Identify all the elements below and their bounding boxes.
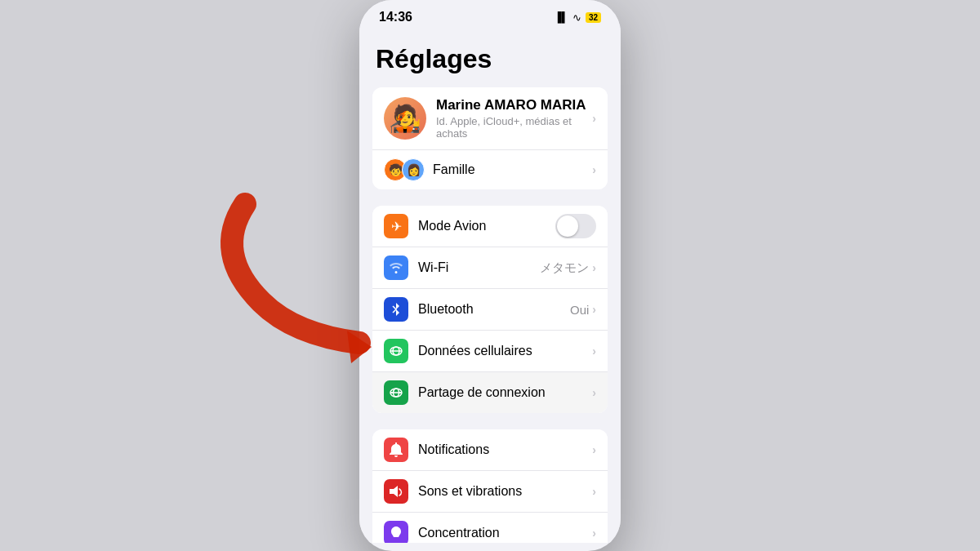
donnees-icon bbox=[384, 339, 408, 363]
donnees-row[interactable]: Données cellulaires › bbox=[372, 331, 608, 372]
concentration-right: › bbox=[592, 527, 596, 540]
famille-chevron-icon: › bbox=[592, 163, 596, 176]
donnees-label: Données cellulaires bbox=[418, 344, 592, 358]
bluetooth-chevron-icon: › bbox=[592, 303, 596, 316]
notifications-row[interactable]: Notifications › bbox=[372, 429, 608, 471]
toggle-knob bbox=[557, 216, 578, 237]
notifications-section: Notifications › Sons et vibrations bbox=[372, 429, 608, 543]
partage-icon bbox=[384, 380, 408, 405]
notifications-right: › bbox=[592, 443, 596, 456]
wifi-row[interactable]: Wi-Fi メタモン › bbox=[372, 247, 608, 289]
sons-right: › bbox=[592, 485, 596, 498]
concentration-chevron-icon: › bbox=[592, 527, 596, 540]
sons-icon bbox=[384, 479, 408, 504]
wifi-right: メタモン › bbox=[540, 260, 596, 276]
notifications-label: Notifications bbox=[418, 442, 592, 457]
concentration-icon bbox=[384, 521, 408, 543]
status-time: 14:36 bbox=[379, 10, 412, 24]
page-title: Réglages bbox=[359, 28, 621, 87]
notifications-icon bbox=[384, 438, 408, 462]
partage-content: Partage de connexion bbox=[418, 385, 592, 400]
concentration-row[interactable]: Concentration › bbox=[372, 513, 608, 543]
mode-avion-label: Mode Avion bbox=[418, 219, 555, 233]
connectivity-section: ✈ Mode Avion Wi-Fi bbox=[372, 206, 608, 413]
bluetooth-content: Bluetooth bbox=[418, 302, 570, 317]
bluetooth-icon bbox=[384, 297, 408, 322]
bluetooth-value: Oui bbox=[570, 303, 589, 317]
wifi-label: Wi-Fi bbox=[418, 260, 540, 275]
bluetooth-label: Bluetooth bbox=[418, 302, 570, 317]
notifications-chevron-icon: › bbox=[592, 443, 596, 456]
profile-subtitle: Id. Apple, iCloud+, médias et achats bbox=[436, 115, 592, 140]
profile-avatar: 🧑‍🎤 bbox=[384, 97, 426, 140]
svg-point-8 bbox=[399, 392, 401, 393]
sons-label: Sons et vibrations bbox=[418, 484, 592, 499]
partage-chevron-icon: › bbox=[592, 386, 596, 399]
profile-name: Marine AMARO MARIA bbox=[436, 97, 592, 113]
famille-content: Famille bbox=[433, 162, 592, 177]
profile-chevron-icon: › bbox=[592, 112, 596, 125]
sons-content: Sons et vibrations bbox=[418, 484, 592, 499]
notifications-content: Notifications bbox=[418, 442, 592, 457]
mode-avion-content: Mode Avion bbox=[418, 219, 555, 233]
screen-content[interactable]: Réglages 🧑‍🎤 Marine AMARO MARIA Id. Appl… bbox=[359, 28, 621, 543]
wifi-icon-box bbox=[384, 256, 408, 280]
sons-chevron-icon: › bbox=[592, 485, 596, 498]
profile-section: 🧑‍🎤 Marine AMARO MARIA Id. Apple, iCloud… bbox=[372, 87, 608, 189]
battery-badge: 32 bbox=[586, 12, 601, 23]
profile-chevron-area: › bbox=[592, 112, 596, 125]
partage-label: Partage de connexion bbox=[418, 385, 592, 400]
famille-row[interactable]: 🧒 👩 Famille › bbox=[372, 150, 608, 189]
wifi-content: Wi-Fi bbox=[418, 260, 540, 275]
bluetooth-right: Oui › bbox=[570, 303, 596, 317]
phone-frame: 14:36 ▐▌ ∿ 32 Réglages 🧑‍🎤 Marine AMARO … bbox=[359, 0, 621, 551]
donnees-right: › bbox=[592, 344, 596, 358]
mode-avion-toggle[interactable] bbox=[555, 214, 596, 238]
wifi-chevron-icon: › bbox=[592, 261, 596, 274]
partage-right: › bbox=[592, 386, 596, 399]
wifi-value: メタモン bbox=[540, 260, 589, 276]
wifi-icon: ∿ bbox=[572, 11, 581, 24]
sons-row[interactable]: Sons et vibrations › bbox=[372, 471, 608, 513]
signal-icon: ▐▌ bbox=[555, 11, 568, 23]
famille-avatars: 🧒 👩 bbox=[384, 158, 425, 181]
status-icons: ▐▌ ∿ 32 bbox=[555, 11, 601, 24]
mode-avion-icon: ✈ bbox=[384, 214, 408, 238]
donnees-content: Données cellulaires bbox=[418, 344, 592, 358]
status-bar: 14:36 ▐▌ ∿ 32 bbox=[359, 0, 621, 28]
concentration-content: Concentration bbox=[418, 526, 592, 540]
donnees-chevron-icon: › bbox=[592, 344, 596, 358]
svg-point-7 bbox=[391, 392, 393, 393]
mode-avion-row[interactable]: ✈ Mode Avion bbox=[372, 206, 608, 247]
profile-content: Marine AMARO MARIA Id. Apple, iCloud+, m… bbox=[436, 97, 592, 140]
famille-chevron-area: › bbox=[592, 163, 596, 176]
bluetooth-row[interactable]: Bluetooth Oui › bbox=[372, 289, 608, 331]
famille-label: Famille bbox=[433, 162, 592, 177]
famille-avatar-2: 👩 bbox=[402, 158, 425, 181]
svg-marker-9 bbox=[390, 486, 398, 497]
profile-row[interactable]: 🧑‍🎤 Marine AMARO MARIA Id. Apple, iCloud… bbox=[372, 87, 608, 150]
partage-row[interactable]: Partage de connexion › bbox=[372, 372, 608, 413]
concentration-label: Concentration bbox=[418, 526, 592, 540]
